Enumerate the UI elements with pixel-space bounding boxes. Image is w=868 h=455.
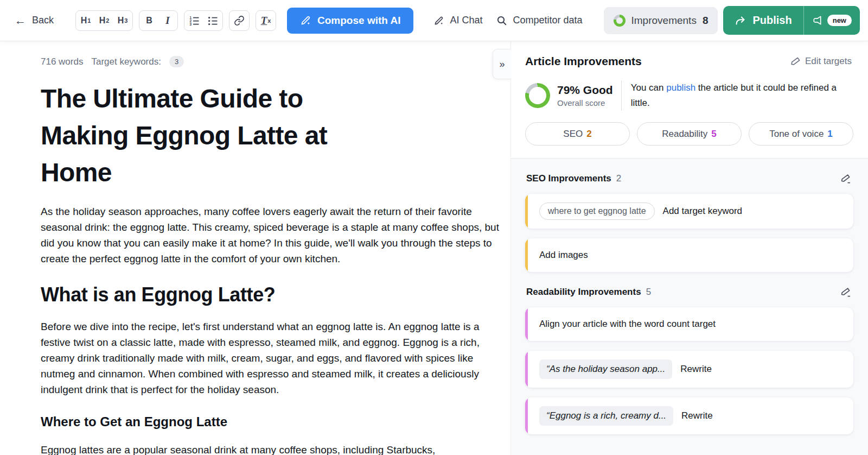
seo-section-header: SEO Improvements 2 [525, 159, 853, 184]
publish-button[interactable]: Publish [723, 6, 803, 35]
edit-pencil-icon [841, 287, 852, 298]
edit-targets-button[interactable]: Edit targets [790, 56, 852, 67]
edit-pencil-icon [790, 56, 800, 67]
back-arrow-icon: ← [15, 15, 26, 26]
quote-chip: “Eggnog is a rich, creamy d... [539, 406, 673, 426]
h2-button[interactable]: H2 [95, 12, 113, 29]
rewrite-action[interactable]: Rewrite [681, 410, 713, 421]
edit-pencil-icon [841, 173, 852, 184]
article-title: The Ultimate Guide to Making Eggnog Latt… [41, 80, 358, 191]
readability-accent-bar [525, 307, 528, 341]
h3-button[interactable]: H3 [114, 12, 131, 29]
quote-chip: “As the holiday season app... [539, 359, 672, 379]
improvements-list: SEO Improvements 2 where to get eggnog l… [511, 158, 868, 455]
tone-of-voice-pill[interactable]: Tone of voice 1 [749, 122, 853, 146]
score-ring [525, 83, 550, 108]
readability-card-word-count[interactable]: Align your article with the word count t… [525, 307, 853, 341]
readability-card-rewrite-1[interactable]: “As the holiday season app... Rewrite [525, 351, 853, 388]
improvements-badge-button[interactable]: Improvements 8 [604, 7, 718, 34]
readability-section-count: 5 [646, 287, 651, 298]
bullet-list-button[interactable] [204, 12, 221, 29]
score-label: Overall score [557, 98, 613, 108]
rewrite-action[interactable]: Rewrite [680, 364, 712, 375]
panel-title: Article Improvements [525, 55, 642, 68]
improvements-count: 8 [703, 15, 709, 27]
article-paragraph: Eggnog lattes are a popular seasonal dri… [41, 442, 500, 455]
heading-button-group: H1 H2 H3 [75, 10, 133, 31]
publish-link[interactable]: publish [666, 83, 695, 93]
article-heading-2: What is an Eggnog Latte? [41, 283, 500, 306]
link-button-group [229, 10, 250, 31]
divider [621, 80, 622, 111]
announcements-button[interactable]: new [803, 6, 860, 35]
clear-format-button-group: Tx [256, 10, 276, 31]
seo-pill[interactable]: SEO 2 [525, 122, 630, 146]
seo-accent-bar [525, 194, 528, 229]
keyword-chip: where to get eggnog latte [539, 203, 655, 220]
article-editor[interactable]: 716 words Target keywords: 3 The Ultimat… [0, 41, 510, 455]
competitor-data-button[interactable]: Competitor data [496, 15, 582, 26]
publish-arrow-icon [735, 15, 746, 27]
collapse-panel-button[interactable]: » [493, 49, 511, 79]
word-count: 716 words [41, 56, 83, 67]
readability-count: 5 [711, 129, 716, 140]
readability-section-edit-button[interactable] [841, 287, 852, 298]
ai-chat-button[interactable]: AI Chat [433, 15, 482, 26]
readability-accent-bar [525, 351, 528, 388]
document-meta-row: 716 words Target keywords: 3 [41, 56, 500, 67]
compose-with-ai-button[interactable]: Compose with AI [287, 8, 413, 34]
target-keywords-label: Target keywords: [91, 56, 161, 67]
ai-chat-pen-icon [433, 15, 444, 26]
readability-accent-bar [525, 397, 528, 434]
back-label: Back [32, 15, 54, 26]
style-button-group: B I [139, 10, 178, 31]
target-keywords-count-badge[interactable]: 3 [169, 56, 184, 67]
article-paragraph: Before we dive into the recipe, let's fi… [41, 319, 500, 397]
category-pills-row: SEO 2 Readability 5 Tone of voice 1 [511, 111, 868, 158]
score-value: 79% Good [557, 84, 613, 97]
seo-accent-bar [525, 238, 528, 272]
readability-section-title: Readability Improvements [526, 287, 641, 298]
ai-pen-icon [300, 15, 311, 26]
insert-link-button[interactable] [231, 12, 248, 29]
tone-count: 1 [827, 129, 832, 140]
new-badge: new [827, 15, 852, 26]
megaphone-icon [812, 15, 822, 26]
overall-score-row: 79% Good Overall score You can publish t… [511, 68, 868, 111]
list-button-group: 1 2 3 [184, 10, 223, 31]
seo-count: 2 [586, 129, 591, 140]
seo-section-count: 2 [616, 173, 621, 184]
italic-button[interactable]: I [159, 12, 176, 29]
seo-card-add-images[interactable]: Add images [525, 238, 853, 272]
seo-section-title: SEO Improvements [526, 173, 611, 184]
readability-section-header: Readability Improvements 5 [525, 272, 853, 298]
formatting-toolbar: H1 H2 H3 B I 1 2 3 [75, 10, 276, 31]
ordered-list-icon: 1 2 3 [189, 15, 200, 26]
back-button[interactable]: ← Back [15, 15, 54, 26]
top-toolbar: ← Back H1 H2 H3 B I 1 2 3 [0, 0, 868, 41]
score-message: You can publish the article but it could… [631, 80, 845, 111]
ordered-list-button[interactable]: 1 2 3 [186, 12, 203, 29]
panel-header: Article Improvements Edit targets [511, 41, 868, 68]
improvements-panel: » Article Improvements Edit targets 79% … [510, 41, 868, 455]
article-paragraph: As the holiday season approaches, many c… [41, 204, 500, 267]
seo-section-edit-button[interactable] [841, 173, 852, 184]
chevron-right-double-icon: » [499, 59, 505, 70]
seo-card-add-target-keyword[interactable]: where to get eggnog latte Add target key… [525, 194, 853, 229]
link-icon [234, 15, 245, 26]
bold-button[interactable]: B [141, 12, 158, 29]
article-heading-3: Where to Get an Eggnog Latte [41, 414, 500, 429]
publish-button-group: Publish new [723, 6, 860, 35]
bullet-list-icon [207, 15, 218, 26]
clear-formatting-button[interactable]: Tx [257, 12, 275, 29]
svg-text:3: 3 [190, 22, 192, 26]
score-donut-icon [614, 15, 626, 27]
readability-card-rewrite-2[interactable]: “Eggnog is a rich, creamy d... Rewrite [525, 397, 853, 434]
readability-pill[interactable]: Readability 5 [637, 122, 742, 146]
search-icon [496, 15, 507, 26]
h1-button[interactable]: H1 [77, 12, 94, 29]
